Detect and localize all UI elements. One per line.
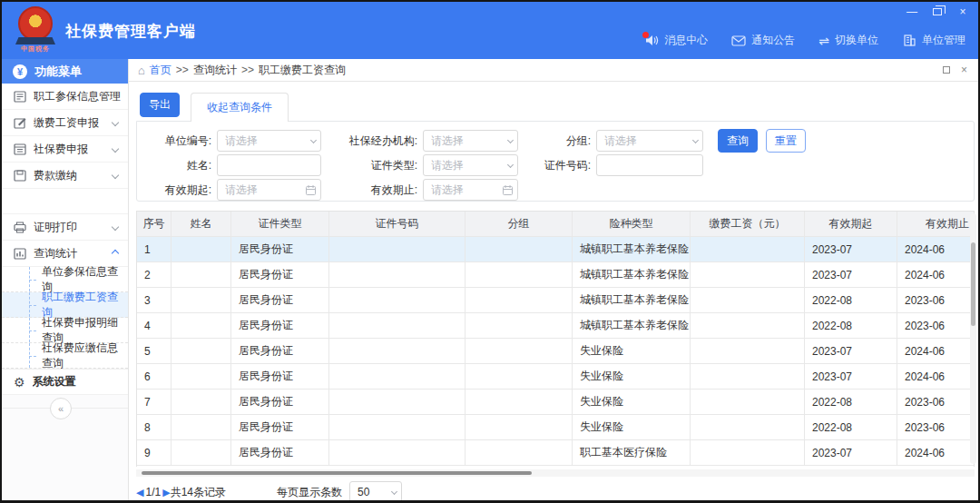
table-cell-id_no: [329, 313, 466, 338]
table-row[interactable]: 5居民身份证失业保险2023-072024-06: [137, 339, 975, 364]
valid-to-label: 有效期止:: [339, 182, 423, 198]
column-header: 有效期止: [897, 212, 975, 236]
minimize-button[interactable]: —: [906, 5, 918, 18]
table-cell-id_type: 居民身份证: [231, 339, 329, 363]
table-cell-id_type: 居民身份证: [231, 364, 329, 389]
table-cell-group: [466, 440, 573, 465]
table-cell-seq: 7: [137, 390, 172, 414]
table-cell-group: [466, 390, 573, 414]
save-icon: [14, 170, 26, 182]
name-label: 姓名:: [146, 158, 217, 173]
table-cell-group: [466, 415, 573, 439]
close-button[interactable]: ×: [956, 5, 969, 18]
table-cell-seq: 8: [137, 415, 172, 439]
table-cell-name: [172, 339, 231, 363]
export-button[interactable]: 导出: [140, 93, 180, 117]
chevron-down-icon: [692, 137, 699, 143]
group-select[interactable]: 请选择: [596, 130, 703, 152]
chart-icon: [14, 248, 26, 260]
table-cell-name: [172, 288, 231, 312]
calendar-icon: [306, 185, 316, 195]
sidebar-item-employee-info[interactable]: 职工参保信息管理: [2, 84, 128, 110]
search-button[interactable]: 查询: [718, 129, 758, 153]
building-icon: [902, 35, 916, 47]
table-row[interactable]: 1居民身份证城镇职工基本养老保险2023-072024-06: [137, 237, 975, 262]
table-cell-start: 2023-07: [805, 339, 897, 363]
name-input[interactable]: [225, 159, 313, 172]
table-cell-group: [466, 313, 573, 338]
table-cell-salary: [691, 339, 805, 363]
table-row[interactable]: 9居民身份证职工基本医疗保险2023-072024-06: [137, 440, 975, 466]
page-maximize-icon[interactable]: [943, 66, 950, 74]
table-row[interactable]: 3居民身份证城镇职工基本养老保险2022-082023-06: [137, 288, 975, 313]
notice-button[interactable]: 通知公告: [731, 33, 795, 48]
table-cell-seq: 3: [137, 288, 172, 312]
vertical-scrollbar-thumb[interactable]: [971, 242, 975, 326]
table-row[interactable]: 7居民身份证失业保险2022-082023-06: [137, 390, 975, 415]
table-cell-id_no: [329, 339, 466, 363]
chevron-down-icon: [507, 162, 514, 168]
breadcrumb-home-link[interactable]: 首页: [150, 63, 172, 78]
next-page-button[interactable]: ▶: [162, 487, 170, 498]
sidebar-item-cert-print[interactable]: 证明打印: [2, 214, 128, 241]
emblem-icon: [18, 6, 53, 41]
table-cell-end: 2024-06: [897, 237, 975, 261]
table-cell-start: 2022-08: [805, 288, 897, 312]
table-cell-salary: [691, 390, 805, 414]
sidebar-item-salary-declare[interactable]: 缴费工资申报: [2, 110, 128, 136]
prev-page-button[interactable]: ◀: [136, 487, 143, 498]
horizontal-scrollbar[interactable]: [136, 469, 975, 477]
table-cell-id_no: [329, 440, 466, 465]
sidebar-item-payable-info-query[interactable]: 社保费应缴信息查询: [2, 343, 128, 369]
table-cell-id_no: [329, 415, 466, 439]
id-no-input[interactable]: [604, 159, 695, 172]
table-row[interactable]: 4居民身份证城镇职工基本养老保险2022-082023-06: [137, 313, 975, 339]
sidebar-collapse-button[interactable]: «: [50, 398, 72, 419]
table-cell-end: 2024-06: [897, 364, 975, 389]
table-cell-seq: 1: [137, 237, 172, 261]
unit-no-select[interactable]: 请选择: [217, 130, 321, 152]
table-row[interactable]: 2居民身份证城镇职工基本养老保险2023-072024-06: [137, 262, 975, 288]
table-cell-group: [466, 288, 573, 312]
table-cell-insurance: 职工基本医疗保险: [573, 440, 691, 465]
table-cell-name: [172, 237, 231, 261]
page-close-icon[interactable]: ×: [961, 64, 967, 75]
table-cell-insurance: 城镇职工基本养老保险: [573, 288, 691, 312]
unit-management-button[interactable]: 单位管理: [902, 33, 965, 48]
sidebar-item-fee-payment[interactable]: 费款缴纳: [2, 163, 128, 189]
table-cell-insurance: 城镇职工基本养老保险: [573, 262, 691, 287]
window-controls: — ×: [906, 5, 969, 18]
sidebar-item-fee-declare[interactable]: 社保费申报: [2, 136, 128, 163]
id-type-select[interactable]: 请选择: [423, 154, 518, 176]
reset-button[interactable]: 重置: [766, 129, 806, 153]
switch-unit-button[interactable]: ⇌ 切换单位: [818, 33, 878, 48]
sidebar-header: ¥ 功能菜单: [2, 59, 128, 84]
valid-to-datepicker[interactable]: 请选择: [423, 179, 518, 201]
column-header: 姓名: [172, 212, 231, 236]
valid-from-datepicker[interactable]: 请选择: [217, 179, 321, 201]
vertical-scrollbar[interactable]: [970, 213, 976, 464]
sidebar-item-settings[interactable]: ⚙ 系统设置: [2, 369, 128, 395]
logo-caption: 中国税务: [15, 44, 56, 54]
agency-select[interactable]: 请选择: [423, 130, 518, 152]
collapse-query-tab[interactable]: 收起查询条件: [191, 93, 289, 122]
query-stats-submenu: 单位参保信息查询 职工缴费工资查询 社保费申报明细查询 社保费应缴信息查询: [2, 267, 128, 369]
message-center-button[interactable]: 消息中心: [644, 33, 708, 48]
table-cell-insurance: 城镇职工基本养老保险: [573, 313, 691, 338]
page-size-select[interactable]: 50: [349, 481, 402, 503]
sidebar-redacted-item: [2, 189, 128, 214]
table-row[interactable]: 8居民身份证失业保险2022-082023-06: [137, 415, 975, 440]
restore-button[interactable]: [931, 5, 944, 18]
table-cell-end: 2023-06: [897, 390, 975, 414]
horizontal-scrollbar-thumb[interactable]: [142, 471, 532, 475]
table-cell-start: 2023-07: [805, 237, 897, 261]
print-icon: [14, 222, 26, 233]
edit-icon: [14, 117, 26, 129]
page-indicator: 1/1: [145, 486, 161, 498]
table-row[interactable]: 6居民身份证失业保险2023-072024-06: [137, 364, 975, 390]
table-cell-start: 2023-07: [805, 262, 897, 287]
name-field-wrap: [217, 154, 321, 176]
gear-icon: ⚙: [14, 376, 25, 389]
column-header: 证件号码: [329, 212, 466, 236]
breadcrumb-level1: 查询统计: [193, 63, 237, 78]
